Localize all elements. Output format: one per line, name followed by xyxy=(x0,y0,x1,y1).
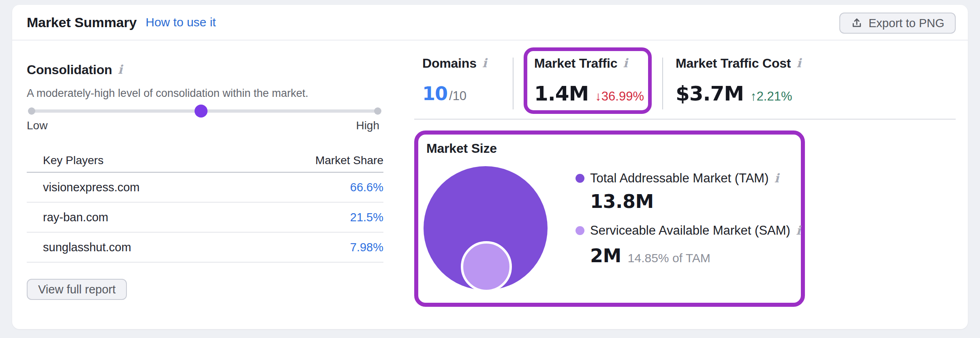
table-row: visionexpress.com 66.6% xyxy=(27,173,383,203)
sam-legend-row: Serviceable Available Market (SAM) i xyxy=(576,223,800,238)
consolidation-slider-thumb xyxy=(195,105,208,118)
slider-high-label: High xyxy=(356,119,379,132)
view-full-report-label: View full report xyxy=(38,283,116,296)
market-traffic-kpi: Market Traffic i 1.4M ↓36.99% xyxy=(534,55,644,108)
player-domain: ray-ban.com xyxy=(43,211,108,224)
tam-value: 13.8M xyxy=(590,190,654,212)
domains-label: Domains xyxy=(422,55,477,71)
key-players-header: Key Players xyxy=(43,154,103,167)
card-header: Market Summary How to use it Export to P… xyxy=(12,5,968,41)
key-players-table: Key Players Market Share visionexpress.c… xyxy=(27,149,383,263)
info-icon[interactable]: i xyxy=(623,57,627,69)
slider-labels: Low High xyxy=(27,118,379,133)
market-traffic-value: 1.4M xyxy=(534,82,588,105)
info-icon[interactable]: i xyxy=(796,225,800,237)
kpi-divider xyxy=(662,58,663,109)
market-size-title: Market Size xyxy=(426,141,497,156)
info-icon[interactable]: i xyxy=(118,64,122,76)
tam-legend-dot xyxy=(576,174,584,183)
sam-legend-label: Serviceable Available Market (SAM) xyxy=(590,223,790,238)
consolidation-description: A moderately-high level of consolidation… xyxy=(27,87,308,100)
sam-share-of-tam: 14.85% of TAM xyxy=(628,247,710,269)
how-to-use-link[interactable]: How to use it xyxy=(146,15,216,29)
slider-low-label: Low xyxy=(27,119,47,132)
info-icon[interactable]: i xyxy=(796,57,801,69)
table-header-row: Key Players Market Share xyxy=(27,149,383,173)
market-traffic-cost-value: $3.7M xyxy=(676,82,744,105)
market-traffic-label: Market Traffic xyxy=(534,55,617,71)
card-main: Consolidation i A moderately-high level … xyxy=(12,41,968,329)
table-row: sunglasshut.com 7.98% xyxy=(27,233,383,263)
page-background: { "header": { "title": "Market Summary",… xyxy=(0,0,980,338)
market-traffic-cost-kpi: Market Traffic Cost i $3.7M ↑2.21% xyxy=(676,55,801,108)
market-traffic-change: ↓36.99% xyxy=(595,85,644,108)
sam-value: 2M xyxy=(590,245,621,267)
tam-legend-row: Total Addressable Market (TAM) i xyxy=(576,171,779,186)
consolidation-title-row: Consolidation i xyxy=(27,62,122,78)
consolidation-slider xyxy=(30,108,379,114)
player-share-link[interactable]: 66.6% xyxy=(350,181,383,194)
domains-kpi: Domains i 10 /10 xyxy=(422,55,487,108)
info-icon[interactable]: i xyxy=(482,57,487,69)
player-share-link[interactable]: 7.98% xyxy=(350,241,383,254)
market-size-title-row: Market Size xyxy=(426,140,497,159)
market-traffic-cost-change: ↑2.21% xyxy=(750,85,792,108)
tam-legend-label: Total Addressable Market (TAM) xyxy=(590,171,768,186)
player-domain: sunglasshut.com xyxy=(43,241,131,254)
export-button-label: Export to PNG xyxy=(869,17,944,30)
info-icon[interactable]: i xyxy=(774,172,779,184)
sam-bubble[interactable] xyxy=(461,241,512,292)
consolidation-title: Consolidation xyxy=(27,62,112,78)
market-size-section: Market Size Total Addressable Market (TA… xyxy=(414,130,805,307)
player-share-link[interactable]: 21.5% xyxy=(350,211,383,224)
slider-end-dot-low xyxy=(28,107,35,115)
player-domain: visionexpress.com xyxy=(43,181,140,194)
kpi-divider xyxy=(513,58,514,109)
export-icon xyxy=(851,17,863,29)
domains-total: /10 xyxy=(449,84,466,108)
page-title: Market Summary xyxy=(27,15,137,30)
slider-end-dot-high xyxy=(374,107,381,115)
table-row: ray-ban.com 21.5% xyxy=(27,203,383,233)
view-full-report-button[interactable]: View full report xyxy=(27,279,127,300)
market-share-header: Market Share xyxy=(315,154,383,167)
section-divider xyxy=(414,119,956,120)
export-to-png-button[interactable]: Export to PNG xyxy=(839,13,956,34)
market-traffic-cost-label: Market Traffic Cost xyxy=(676,55,791,71)
sam-legend-dot xyxy=(576,226,584,235)
market-summary-card: Market Summary How to use it Export to P… xyxy=(12,5,968,329)
domains-value: 10 xyxy=(422,82,447,105)
